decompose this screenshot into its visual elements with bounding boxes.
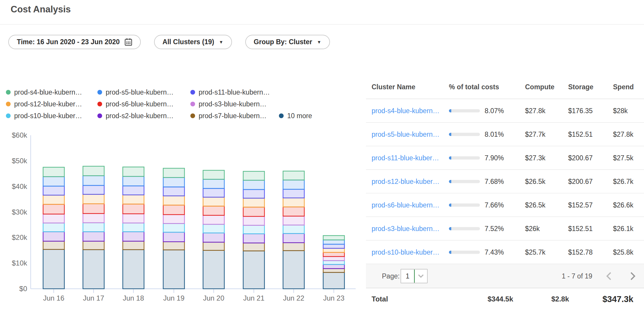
legend-item[interactable]: prod-s4-blue-kubern… bbox=[6, 88, 97, 96]
bar-segment[interactable] bbox=[283, 171, 304, 180]
bar-segment[interactable] bbox=[43, 195, 64, 204]
bar-segment[interactable] bbox=[323, 235, 344, 240]
bar-segment[interactable] bbox=[83, 194, 104, 204]
bar-segment[interactable] bbox=[163, 196, 184, 205]
bar-segment[interactable] bbox=[43, 204, 64, 214]
bar-segment[interactable] bbox=[203, 197, 224, 206]
bar-segment[interactable] bbox=[43, 214, 64, 223]
bar-segment[interactable] bbox=[243, 251, 264, 289]
bar-segment[interactable] bbox=[43, 241, 64, 249]
legend-item[interactable]: prod-s2-blue-kubern… bbox=[97, 112, 190, 120]
bar-segment[interactable] bbox=[243, 216, 264, 225]
bar-segment[interactable] bbox=[43, 167, 64, 177]
bar-Jun 23[interactable] bbox=[323, 235, 344, 289]
bar-segment[interactable] bbox=[203, 179, 224, 188]
bar-segment[interactable] bbox=[123, 241, 144, 250]
bar-segment[interactable] bbox=[83, 232, 104, 241]
bar-segment[interactable] bbox=[203, 224, 224, 233]
bar-segment[interactable] bbox=[323, 244, 344, 248]
bar-segment[interactable] bbox=[123, 204, 144, 214]
bar-segment[interactable] bbox=[43, 177, 64, 186]
bar-segment[interactable] bbox=[123, 223, 144, 232]
bar-segment[interactable] bbox=[123, 186, 144, 195]
bar-segment[interactable] bbox=[123, 214, 144, 223]
legend-item[interactable]: prod-s3-blue-kubern… bbox=[190, 100, 279, 108]
bar-segment[interactable] bbox=[283, 216, 304, 225]
bar-segment[interactable] bbox=[323, 272, 344, 289]
bar-segment[interactable] bbox=[283, 251, 304, 289]
bar-segment[interactable] bbox=[243, 207, 264, 216]
bar-segment[interactable] bbox=[123, 167, 144, 177]
bar-Jun 17[interactable] bbox=[83, 166, 104, 289]
bar-segment[interactable] bbox=[83, 241, 104, 250]
bar-segment[interactable] bbox=[323, 268, 344, 272]
bar-segment[interactable] bbox=[243, 171, 264, 180]
bar-segment[interactable] bbox=[203, 170, 224, 179]
cluster-name-link[interactable]: prod-s11-blue-kuber… bbox=[372, 154, 439, 162]
cluster-name-link[interactable]: prod-s4-blue-kubern… bbox=[372, 107, 439, 115]
cluster-name-link[interactable]: prod-s6-blue-kubern… bbox=[372, 201, 439, 209]
bar-segment[interactable] bbox=[43, 186, 64, 195]
bar-segment[interactable] bbox=[83, 176, 104, 185]
bar-segment[interactable] bbox=[323, 240, 344, 244]
bar-segment[interactable] bbox=[123, 195, 144, 204]
bar-segment[interactable] bbox=[243, 225, 264, 234]
bar-segment[interactable] bbox=[243, 180, 264, 189]
bar-segment[interactable] bbox=[123, 250, 144, 289]
clusters-filter[interactable]: All Clusters (19) ▼ bbox=[154, 35, 232, 49]
bar-segment[interactable] bbox=[283, 189, 304, 198]
next-page-icon[interactable] bbox=[630, 271, 636, 281]
legend-item[interactable]: prod-s12-blue-kuber… bbox=[6, 100, 97, 108]
bar-Jun 18[interactable] bbox=[123, 167, 144, 289]
legend-item[interactable]: 10 more bbox=[279, 112, 312, 120]
bar-segment[interactable] bbox=[123, 232, 144, 241]
bar-segment[interactable] bbox=[43, 223, 64, 232]
bar-segment[interactable] bbox=[283, 225, 304, 234]
cluster-name-link[interactable]: prod-s3-blue-kubern… bbox=[372, 225, 439, 233]
bar-segment[interactable] bbox=[163, 232, 184, 242]
bar-Jun 21[interactable] bbox=[243, 171, 264, 289]
bar-segment[interactable] bbox=[203, 206, 224, 215]
bar-segment[interactable] bbox=[43, 249, 64, 289]
bar-segment[interactable] bbox=[83, 166, 104, 176]
bar-segment[interactable] bbox=[83, 214, 104, 223]
bar-segment[interactable] bbox=[323, 265, 344, 269]
cluster-name-link[interactable]: prod-s5-blue-kubern… bbox=[372, 130, 439, 138]
bar-segment[interactable] bbox=[83, 250, 104, 289]
cluster-name-link[interactable]: prod-s12-blue-kuber… bbox=[372, 177, 439, 185]
bar-segment[interactable] bbox=[243, 198, 264, 207]
bar-segment[interactable] bbox=[323, 257, 344, 261]
bar-segment[interactable] bbox=[203, 189, 224, 197]
bar-segment[interactable] bbox=[83, 204, 104, 214]
bar-segment[interactable] bbox=[163, 168, 184, 177]
bar-segment[interactable] bbox=[163, 187, 184, 196]
bar-segment[interactable] bbox=[163, 250, 184, 289]
bar-segment[interactable] bbox=[163, 215, 184, 223]
bar-segment[interactable] bbox=[203, 250, 224, 289]
bar-segment[interactable] bbox=[203, 215, 224, 224]
bar-segment[interactable] bbox=[83, 223, 104, 232]
legend-item[interactable]: prod-s11-blue-kubern… bbox=[190, 88, 279, 96]
bar-segment[interactable] bbox=[323, 253, 344, 257]
bar-Jun 22[interactable] bbox=[283, 171, 304, 289]
bar-segment[interactable] bbox=[323, 248, 344, 253]
bar-segment[interactable] bbox=[243, 234, 264, 243]
group-by-filter[interactable]: Group By: Cluster ▼ bbox=[245, 35, 330, 49]
bar-segment[interactable] bbox=[283, 233, 304, 243]
bar-segment[interactable] bbox=[283, 198, 304, 207]
bar-segment[interactable] bbox=[323, 260, 344, 264]
bar-Jun 16[interactable] bbox=[43, 167, 64, 289]
bar-segment[interactable] bbox=[283, 243, 304, 251]
bar-segment[interactable] bbox=[243, 243, 264, 251]
bar-segment[interactable] bbox=[123, 177, 144, 186]
bar-segment[interactable] bbox=[203, 242, 224, 250]
bar-segment[interactable] bbox=[243, 189, 264, 198]
bar-Jun 20[interactable] bbox=[203, 170, 224, 289]
legend-item[interactable]: prod-s7-blue-kubern… bbox=[190, 112, 279, 120]
legend-item[interactable]: prod-s5-blue-kubern… bbox=[97, 88, 190, 96]
legend-item[interactable]: prod-s6-blue-kubern… bbox=[97, 100, 190, 108]
bar-segment[interactable] bbox=[43, 232, 64, 241]
bar-segment[interactable] bbox=[163, 177, 184, 187]
previous-page-icon[interactable] bbox=[606, 271, 612, 281]
bar-segment[interactable] bbox=[203, 233, 224, 242]
